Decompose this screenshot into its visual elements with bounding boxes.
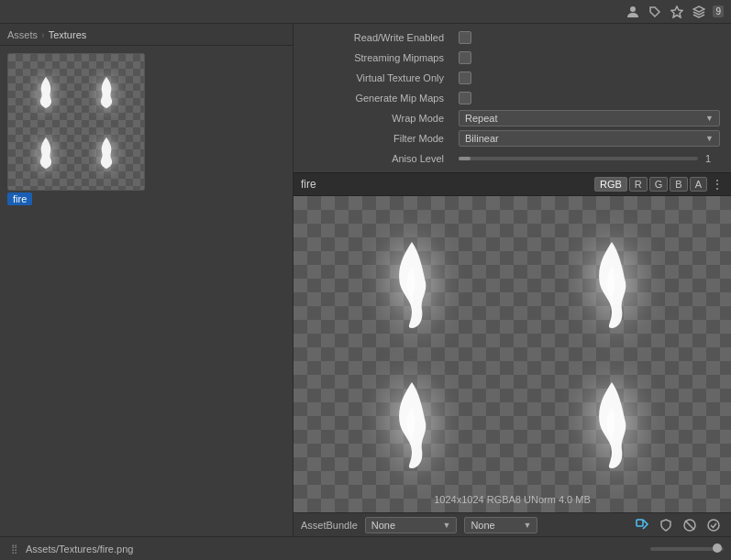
svg-line-4 xyxy=(685,521,694,530)
filter-mode-label: Filter Mode xyxy=(305,133,451,144)
shield-bottom-icon[interactable] xyxy=(656,515,676,535)
wrap-mode-arrow: ▼ xyxy=(705,114,714,123)
prop-row-gen-mip: Generate Mip Maps xyxy=(305,88,720,108)
asset-bundle-label: AssetBundle xyxy=(301,520,358,531)
breadcrumb-separator: › xyxy=(41,29,45,40)
channel-r-button[interactable]: R xyxy=(629,177,648,192)
streaming-mipmaps-checkbox[interactable] xyxy=(459,51,471,64)
flame-top-left xyxy=(17,63,74,120)
bundle-variant-arrow: ▼ xyxy=(523,521,531,530)
tag-icon[interactable] xyxy=(647,4,663,20)
person-icon[interactable] xyxy=(625,4,641,20)
assets-breadcrumb-current: Textures xyxy=(49,29,87,40)
bottom-bar: ⣿ Assets/Textures/fire.png xyxy=(0,536,731,560)
left-panel: Assets › Textures xyxy=(0,24,294,536)
flame-preview-grid xyxy=(294,196,731,512)
asset-bundle-row: AssetBundle None ▼ None ▼ xyxy=(294,512,731,536)
svg-point-0 xyxy=(630,6,636,12)
prop-row-read-write: Read/Write Enabled xyxy=(305,27,720,48)
channel-buttons: RGB R G B A xyxy=(594,177,707,192)
bundle-value: None xyxy=(371,520,395,531)
aniso-value: 1 xyxy=(705,153,720,164)
drag-handle[interactable]: ⣿ xyxy=(7,543,20,555)
channel-a-button[interactable]: A xyxy=(690,177,707,192)
assets-header: Assets › Textures xyxy=(0,24,293,46)
channel-b-button[interactable]: B xyxy=(670,177,687,192)
star-icon[interactable] xyxy=(669,4,685,20)
virtual-texture-checkbox[interactable] xyxy=(459,71,471,84)
asset-grid: fire xyxy=(0,46,293,536)
file-path: Assets/Textures/fire.png xyxy=(26,544,645,555)
svg-marker-1 xyxy=(671,6,682,17)
read-write-checkbox[interactable] xyxy=(459,31,471,44)
top-bar: 9 xyxy=(0,0,731,24)
prop-row-filter-mode: Filter Mode Bilinear ▼ xyxy=(305,128,720,148)
inspector-props: Read/Write Enabled Streaming Mipmaps Vir… xyxy=(294,24,731,172)
wrap-mode-dropdown[interactable]: Repeat ▼ xyxy=(459,110,720,126)
flame-preview-bottom-right xyxy=(513,355,714,495)
filter-mode-dropdown[interactable]: Bilinear ▼ xyxy=(459,130,720,147)
flame-bottom-right xyxy=(78,124,135,181)
assets-breadcrumb-parent: Assets xyxy=(7,29,38,40)
flame-grid xyxy=(8,54,144,190)
generate-mip-label: Generate Mip Maps xyxy=(305,93,451,104)
check-circle-icon[interactable] xyxy=(703,515,724,535)
aniso-slider[interactable] xyxy=(459,157,698,160)
texture-preview: 1024x1024 RGBA8 UNorm 4.0 MB xyxy=(294,196,731,512)
flame-preview-top-left xyxy=(312,214,513,355)
virtual-texture-label: Virtual Texture Only xyxy=(305,72,451,83)
layers-badge: 9 xyxy=(713,5,724,17)
prop-row-wrap-mode: Wrap Mode Repeat ▼ xyxy=(305,108,720,128)
prop-row-virtual-texture: Virtual Texture Only xyxy=(305,68,720,88)
texture-info: 1024x1024 RGBA8 UNorm 4.0 MB xyxy=(294,494,731,505)
bundle-variant-dropdown[interactable]: None ▼ xyxy=(464,517,537,533)
wrap-mode-label: Wrap Mode xyxy=(305,113,451,124)
flame-bottom-left xyxy=(17,124,74,181)
no-icon[interactable] xyxy=(680,515,700,535)
channel-rgb-button[interactable]: RGB xyxy=(594,177,627,192)
streaming-mipmaps-label: Streaming Mipmaps xyxy=(305,52,451,63)
flame-preview-bottom-left xyxy=(312,355,513,495)
aniso-label: Aniso Level xyxy=(305,153,451,164)
svg-point-5 xyxy=(708,520,719,531)
bundle-arrow: ▼ xyxy=(442,521,450,530)
filter-mode-arrow: ▼ xyxy=(705,134,714,143)
generate-mip-checkbox[interactable] xyxy=(459,92,471,104)
wrap-mode-value: Repeat xyxy=(465,113,497,124)
preview-name: fire xyxy=(301,178,594,191)
main-layout: Assets › Textures xyxy=(0,24,731,536)
right-panel: Read/Write Enabled Streaming Mipmaps Vir… xyxy=(294,24,731,536)
prop-row-streaming: Streaming Mipmaps xyxy=(305,48,720,68)
flame-top-right xyxy=(78,63,135,120)
zoom-slider[interactable] xyxy=(650,547,724,551)
layers-icon[interactable] xyxy=(691,4,707,20)
bottom-action-icons xyxy=(632,515,724,535)
preview-more-button[interactable]: ⋮ xyxy=(711,177,724,192)
channel-g-button[interactable]: G xyxy=(649,177,669,192)
texture-thumbnail[interactable] xyxy=(7,53,145,191)
flame-preview-top-right xyxy=(513,214,714,355)
tag-bottom-icon[interactable] xyxy=(632,515,652,535)
asset-label[interactable]: fire xyxy=(7,192,32,205)
bundle-dropdown[interactable]: None ▼ xyxy=(365,517,458,533)
svg-rect-2 xyxy=(637,520,643,526)
read-write-label: Read/Write Enabled xyxy=(305,32,451,43)
filter-mode-value: Bilinear xyxy=(465,133,499,144)
prop-row-aniso: Aniso Level 1 xyxy=(305,148,720,169)
preview-header: fire RGB R G B A ⋮ xyxy=(294,172,731,196)
bundle-variant-value: None xyxy=(471,520,494,531)
